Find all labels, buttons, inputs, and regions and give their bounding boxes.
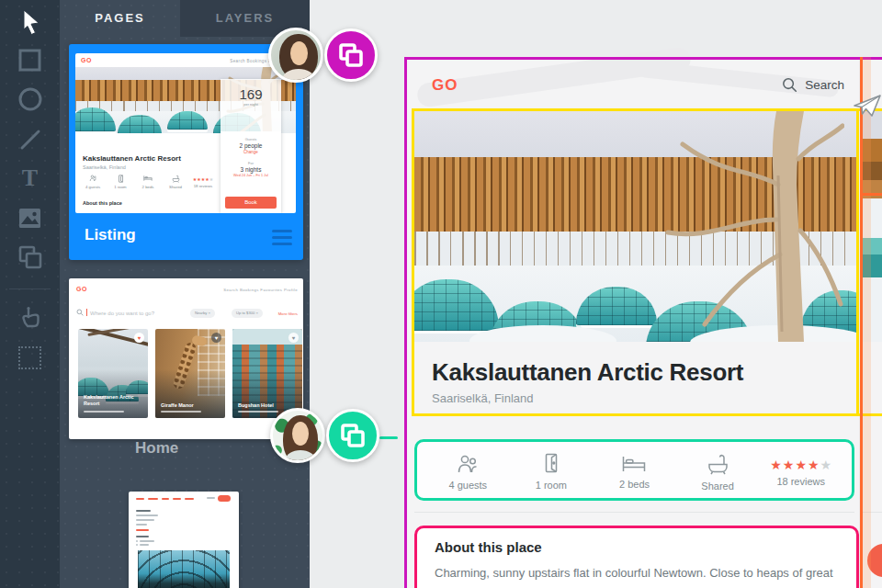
- mini-nights-value: 3 nights: [220, 166, 281, 173]
- orange-selection-left: [860, 57, 863, 588]
- page-menu-icon[interactable]: [272, 230, 292, 249]
- pages-panel: PAGES LAYERS GO Search Bookings Favourit…: [60, 0, 310, 588]
- page-item-detail[interactable]: [129, 492, 239, 588]
- mini-location: Saariselkä, Finland: [83, 164, 126, 170]
- mini-text-block: [136, 510, 158, 531]
- mini-card-title: Bugshan Hotel: [238, 402, 299, 409]
- amenity-guests: 4 guests: [426, 454, 510, 491]
- mini-logo: GO: [76, 286, 87, 292]
- section-divider: [414, 512, 854, 513]
- mini-amenity-label: 4 guests: [85, 185, 100, 189]
- mini-stars-on: ★★★★: [193, 176, 209, 182]
- mini-change-link: Change: [220, 150, 281, 154]
- mini-amenity-label: 2 beds: [142, 185, 154, 189]
- components-icon: [338, 421, 368, 450]
- amenity-label: 2 beds: [619, 479, 650, 490]
- amenity-reviews: ★★★★★ 18 reviews: [759, 458, 842, 487]
- guests-icon: [456, 454, 480, 474]
- amenity-shared: Shared: [676, 453, 760, 492]
- mini-card-title: Giraffe Manor: [161, 402, 221, 409]
- image-tool-icon[interactable]: [16, 204, 44, 232]
- magenta-selection-left: [404, 57, 407, 588]
- orange-selection-bottom: [863, 193, 882, 196]
- toolbar-divider: [9, 288, 51, 289]
- mini-search-placeholder: Where do you want to go?: [90, 311, 154, 316]
- page-label-listing: Listing: [85, 226, 136, 244]
- favourite-heart-icon: ♥: [134, 333, 144, 343]
- about-heading: About this place: [435, 539, 542, 555]
- bed-icon: [621, 455, 647, 473]
- mini-nav-links: [136, 498, 194, 500]
- listing-thumbnail: GO Search Bookings Favourites: [75, 53, 296, 213]
- tab-pages[interactable]: PAGES: [60, 11, 180, 25]
- mini-nav: Search Bookings Favourites Profile: [223, 288, 298, 292]
- about-body-line2: & a stone's throw away from the local su…: [435, 582, 856, 588]
- mini-guests-value: 2 people: [220, 142, 281, 149]
- page-label-home: Home: [135, 439, 178, 458]
- search-control[interactable]: Search: [782, 77, 844, 93]
- interact-hand-tool-icon[interactable]: [16, 303, 44, 332]
- mini-amenity-label: Shared: [169, 185, 182, 189]
- door-icon: [544, 453, 559, 474]
- collaborator-avatar-green[interactable]: [270, 408, 325, 463]
- amenity-label: 4 guests: [449, 480, 488, 491]
- collaborator-badge-magenta[interactable]: [324, 28, 378, 82]
- mini-amenity-label: 1 room: [114, 185, 126, 189]
- mini-title: Kakslauttanen Arctic Resort: [83, 154, 181, 163]
- amenities-card[interactable]: 4 guests 1 room 2 beds Shared ★★★★★ 18 r…: [414, 439, 854, 501]
- collaborator-badge-green[interactable]: [326, 409, 379, 462]
- mini-interior-photo: [138, 550, 230, 588]
- mini-filter-pill: Up to $300 ×: [232, 309, 263, 318]
- amenity-label: Shared: [701, 481, 733, 492]
- search-icon: [782, 77, 797, 93]
- tab-layers-label[interactable]: LAYERS: [180, 11, 310, 25]
- mini-price-unit: per night: [220, 102, 281, 107]
- mini-price: 169: [220, 86, 281, 102]
- mini-card-giraffe: Giraffe Manor ♥: [155, 329, 225, 418]
- home-thumbnail: GO Search Bookings Favourites Profile Wh…: [69, 278, 303, 439]
- mini-text-cursor: [86, 309, 87, 316]
- design-tool-app: T PAGES LAYERS GO Search Bookings Fa: [0, 0, 882, 588]
- collaborator-avatar-magenta[interactable]: [268, 28, 323, 83]
- select-tool-cursor-icon[interactable]: [16, 7, 44, 36]
- favourite-heart-icon: ♥: [288, 333, 299, 343]
- page-item-listing[interactable]: GO Search Bookings Favourites: [69, 44, 303, 260]
- line-tool-icon[interactable]: [16, 125, 44, 153]
- bath-icon: [707, 453, 729, 475]
- mini-card-row: Kakslauttanen Arctic Resort ♥ Giraffe Ma…: [78, 329, 302, 418]
- mini-book-button: Book: [225, 197, 277, 209]
- mini-filter-pill: Nearby ×: [190, 309, 215, 318]
- mini-for-label: For: [220, 161, 281, 165]
- mini-guests-label: Guests: [220, 137, 281, 141]
- green-cursor-line: [379, 436, 398, 439]
- text-tool-icon[interactable]: T: [16, 164, 44, 192]
- mini-logo: GO: [81, 57, 92, 63]
- magenta-selection-top: [404, 57, 882, 60]
- amenity-label: 1 room: [536, 480, 567, 491]
- mini-more-filters: More filters: [278, 311, 298, 316]
- mini-dates: Wed 24 Jun – Fri 1 Jul: [220, 174, 281, 177]
- favourite-heart-icon: ♥: [211, 333, 221, 343]
- go-logo[interactable]: GO: [432, 76, 458, 95]
- mini-meta-bar: [207, 497, 215, 499]
- ellipse-tool-icon[interactable]: [16, 85, 44, 113]
- mini-search-icon: [76, 309, 84, 316]
- components-icon: [336, 40, 366, 70]
- mini-amenities: 4 guests 1 room 2 beds Shared ★★★★★18 re…: [79, 175, 217, 189]
- components-tool-icon[interactable]: [16, 243, 44, 271]
- mini-cta-pill: [218, 495, 231, 502]
- marquee-select-tool-icon[interactable]: [16, 344, 44, 372]
- mini-card-kakslauttanen: Kakslauttanen Arctic Resort ♥: [78, 329, 148, 418]
- mini-list-block: [136, 536, 154, 546]
- mini-card-bugshan: Bugshan Hotel ♥: [232, 329, 302, 418]
- about-card[interactable]: About this place Charming, sunny upstair…: [414, 526, 859, 588]
- amenity-room: 1 room: [510, 453, 594, 491]
- mini-amenity-label: 18 reviews: [194, 184, 213, 188]
- mini-about-heading: About this place: [83, 200, 122, 206]
- rectangle-tool-icon[interactable]: [16, 46, 44, 74]
- amenity-label: 18 reviews: [776, 476, 825, 487]
- mini-stars-off: ★: [209, 176, 213, 182]
- tool-sidebar: T: [0, 0, 60, 588]
- mini-card-title: Kakslauttanen Arctic Resort: [84, 394, 144, 407]
- paper-plane-icon: [853, 92, 882, 119]
